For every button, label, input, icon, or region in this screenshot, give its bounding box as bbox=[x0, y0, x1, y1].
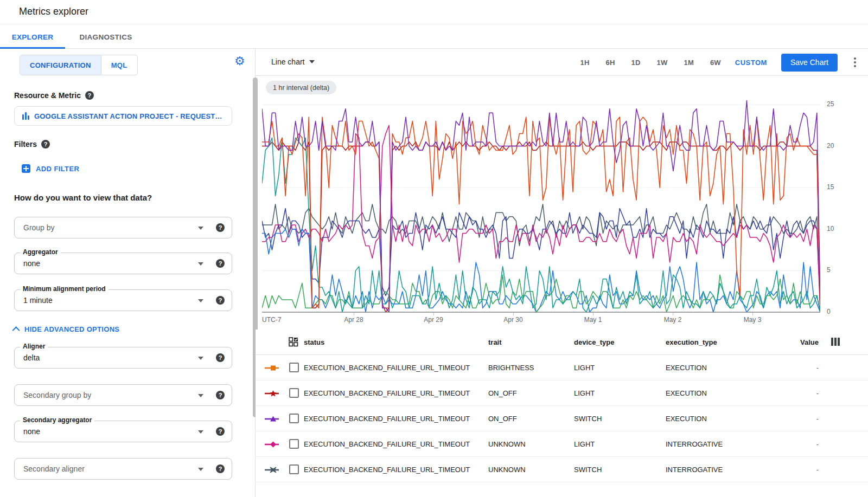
col-header-execution-type[interactable]: execution_type bbox=[666, 338, 717, 346]
x-axis-timezone-label: UTC-7 bbox=[262, 316, 281, 324]
y-tick-label: 20 bbox=[827, 142, 834, 150]
series-table-row[interactable]: EXECUTION_BACKEND_FAILURE_URL_TIMEOUTON_… bbox=[256, 380, 868, 406]
secondary-aggregator-select[interactable]: Secondary aggregator none bbox=[14, 421, 232, 442]
resource-metric-button[interactable]: GOOGLE ASSISTANT ACTION PROJECT - REQUES… bbox=[14, 106, 232, 126]
help-icon[interactable] bbox=[85, 91, 94, 100]
cell-status: EXECUTION_BACKEND_FAILURE_URL_TIMEOUT bbox=[304, 364, 470, 372]
help-icon[interactable] bbox=[216, 296, 225, 305]
chevron-down-icon bbox=[198, 227, 203, 230]
col-header-trait[interactable]: trait bbox=[488, 338, 502, 346]
interval-chip: 1 hr interval (delta) bbox=[266, 81, 336, 94]
toggle-mql[interactable]: MQL bbox=[101, 55, 137, 75]
x-tick-label: Apr 30 bbox=[502, 316, 524, 324]
cell-execution-type: EXECUTION bbox=[666, 415, 707, 423]
tab-diagnostics[interactable]: DIAGNOSTICS bbox=[65, 25, 146, 49]
help-icon[interactable] bbox=[216, 464, 225, 473]
metrics-explorer-page: Metrics explorer EXPLORER DIAGNOSTICS CO… bbox=[0, 0, 868, 497]
line-chart-plot[interactable] bbox=[262, 100, 820, 313]
chevron-down-icon bbox=[309, 60, 315, 63]
secondary-group-by-select[interactable]: Secondary group by bbox=[14, 384, 232, 406]
column-settings-icon[interactable] bbox=[831, 338, 840, 346]
config-mql-toggle: CONFIGURATION MQL bbox=[20, 55, 138, 75]
x-tick-mark bbox=[593, 313, 593, 315]
help-icon[interactable] bbox=[41, 140, 50, 149]
time-range-1d[interactable]: 1D bbox=[631, 59, 641, 67]
hide-advanced-options-toggle[interactable]: HIDE ADVANCED OPTIONS bbox=[14, 325, 119, 333]
more-options-icon[interactable] bbox=[852, 55, 858, 69]
secondary-aligner-select[interactable]: Secondary aligner bbox=[14, 458, 232, 480]
chevron-down-icon bbox=[198, 430, 203, 434]
x-tick-mark bbox=[513, 313, 514, 315]
series-table-row[interactable]: EXECUTION_BACKEND_FAILURE_URL_TIMEOUTON_… bbox=[256, 406, 868, 431]
y-tick-label: 5 bbox=[827, 266, 831, 274]
time-range-1w[interactable]: 1W bbox=[657, 59, 668, 67]
app-header: Metrics explorer bbox=[0, 0, 868, 24]
add-filter-button[interactable]: ADD FILTER bbox=[22, 164, 79, 173]
x-tick-label: May 1 bbox=[582, 316, 604, 324]
col-header-device-type[interactable]: device_type bbox=[574, 338, 614, 346]
cell-status: EXECUTION_BACKEND_FAILURE_URL_TIMEOUT bbox=[304, 440, 470, 448]
chart-type-dropdown[interactable]: Line chart bbox=[271, 57, 315, 66]
tab-explorer[interactable]: EXPLORER bbox=[0, 25, 65, 49]
time-range-6w[interactable]: 6W bbox=[710, 59, 721, 67]
series-table-row[interactable]: EXECUTION_BACKEND_FAILURE_URL_TIMEOUTBRI… bbox=[256, 355, 868, 380]
chevron-down-icon bbox=[198, 357, 203, 360]
series-marker-triangle-icon bbox=[265, 415, 280, 425]
cell-status: EXECUTION_BACKEND_FAILURE_URL_TIMEOUT bbox=[304, 415, 470, 423]
cell-device-type: LIGHT bbox=[574, 364, 595, 372]
series-checkbox[interactable] bbox=[289, 439, 299, 449]
help-icon[interactable] bbox=[216, 223, 225, 232]
series-marker-square-icon bbox=[265, 364, 280, 374]
cell-device-type: SWITCH bbox=[574, 415, 602, 423]
help-icon[interactable] bbox=[216, 427, 225, 436]
cell-device-type: LIGHT bbox=[574, 440, 595, 448]
col-header-status[interactable]: status bbox=[304, 338, 324, 346]
series-marker-burst-icon bbox=[265, 466, 280, 476]
series-table-row[interactable]: EXECUTION_BACKEND_FAILURE_URL_TIMEOUTUNK… bbox=[256, 457, 868, 482]
page-title: Metrics explorer bbox=[19, 6, 88, 17]
group-by-select[interactable]: Group by bbox=[14, 217, 232, 238]
help-icon[interactable] bbox=[216, 353, 225, 362]
series-checkbox[interactable] bbox=[289, 414, 299, 423]
cell-device-type: LIGHT bbox=[574, 389, 595, 397]
tab-bar: EXPLORER DIAGNOSTICS bbox=[0, 25, 868, 49]
series-checkbox[interactable] bbox=[289, 464, 299, 474]
cell-trait: ON_OFF bbox=[488, 389, 517, 397]
x-tick-mark bbox=[433, 313, 434, 315]
time-range-1h[interactable]: 1H bbox=[580, 59, 589, 67]
aggregator-select[interactable]: Aggregator none bbox=[14, 253, 232, 274]
series-table-row[interactable]: EXECUTION_BACKEND_FAILURE_URL_TIMEOUTUNK… bbox=[256, 431, 868, 457]
cell-trait: BRIGHTNESS bbox=[488, 364, 534, 372]
series-checkbox[interactable] bbox=[289, 363, 299, 372]
save-chart-button[interactable]: Save Chart bbox=[781, 54, 838, 72]
toggle-configuration[interactable]: CONFIGURATION bbox=[20, 55, 101, 75]
cell-execution-type: INTERROGATIVE bbox=[666, 440, 723, 448]
series-table-row-partial[interactable] bbox=[256, 482, 868, 497]
x-tick-label: May 3 bbox=[742, 316, 763, 324]
series-checkbox[interactable] bbox=[289, 388, 299, 398]
col-header-value[interactable]: Value bbox=[800, 338, 819, 346]
x-tick-mark bbox=[752, 313, 753, 315]
x-tick-mark bbox=[673, 313, 673, 315]
y-tick-label: 25 bbox=[827, 100, 834, 108]
x-tick-label: Apr 29 bbox=[423, 316, 444, 324]
add-box-icon bbox=[22, 164, 30, 173]
cell-value: - bbox=[816, 466, 819, 474]
help-icon[interactable] bbox=[216, 391, 225, 399]
settings-gear-icon[interactable]: ⚙ bbox=[234, 55, 245, 67]
cell-trait: UNKNOWN bbox=[488, 440, 526, 448]
time-range-custom[interactable]: CUSTOM bbox=[735, 59, 767, 67]
time-range-6h[interactable]: 6H bbox=[606, 59, 615, 67]
aligner-select[interactable]: Aligner delta bbox=[14, 347, 232, 369]
series-table-header: status trait device_type execution_type … bbox=[256, 330, 868, 355]
chevron-down-icon bbox=[198, 468, 203, 471]
chevron-down-icon bbox=[198, 299, 203, 302]
help-icon[interactable] bbox=[216, 259, 225, 268]
y-tick-label: 10 bbox=[827, 225, 834, 233]
series-marker-star-icon bbox=[265, 390, 280, 399]
select-all-series-icon[interactable] bbox=[289, 337, 298, 349]
chevron-down-icon bbox=[198, 262, 203, 266]
time-range-1m[interactable]: 1M bbox=[684, 59, 693, 67]
min-alignment-period-select[interactable]: Minimum alignment period 1 minute bbox=[14, 289, 232, 311]
cell-value: - bbox=[816, 389, 819, 397]
